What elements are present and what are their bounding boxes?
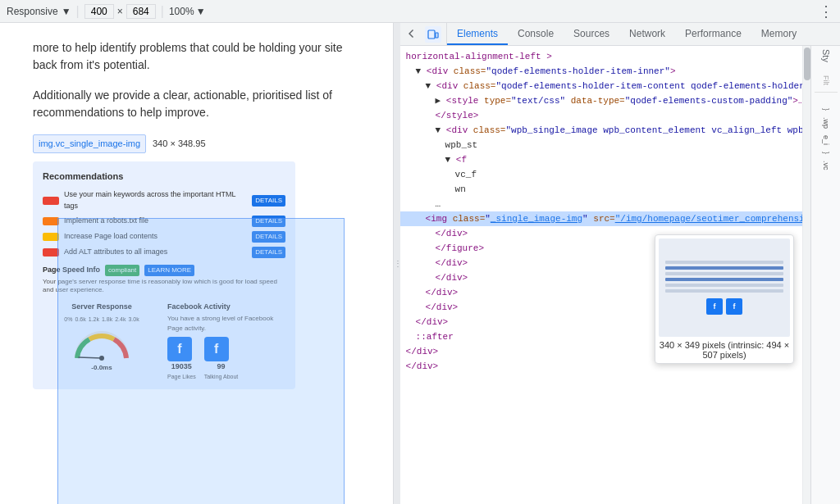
tab-elements[interactable]: Elements	[447, 23, 508, 45]
fb-icon-1: f	[167, 337, 192, 361]
page-speed-title: Page Speed Info	[43, 265, 100, 276]
more-options-button[interactable]: ⋮	[819, 2, 833, 20]
rec-btn-2[interactable]: DETAILS	[252, 216, 285, 227]
height-input[interactable]: 684	[126, 4, 156, 19]
element-class-label: img.vc_single_image-img	[33, 134, 146, 153]
html-line: ▼ <div class="wpb_single_image wpb_conte…	[400, 123, 802, 138]
rec-text-1: Use your main keywords across the import…	[64, 189, 247, 211]
scroll-thumb[interactable]	[804, 48, 810, 80]
tooltip-size-value: 340 × 349 pixels (intrinsic: 494 × 507 p…	[660, 340, 789, 360]
facebook-activity-section: Facebook Activity You have a strong leve…	[167, 302, 285, 382]
tab-memory-label: Memory	[761, 28, 797, 39]
gauge-value: -0.0ms	[91, 363, 112, 373]
inh-label-1: }	[822, 108, 830, 111]
devtools-panel: Elements Console Sources Network Perform…	[400, 23, 840, 504]
html-line: ▶ <style type="text/css" data-type="qode…	[400, 93, 802, 108]
html-line: …	[400, 197, 802, 211]
triangle-icon[interactable]: ▶	[436, 96, 441, 106]
rec-item-2: Implement a robots.txt file DETAILS	[43, 216, 285, 227]
svg-line-0	[79, 357, 102, 358]
compliant-badge: compliant	[105, 265, 139, 276]
gauge-label-3: 1.8k	[102, 316, 112, 325]
gauge-label-0: 0%	[64, 316, 72, 325]
image-tooltip: f f 340 × 349 pixels (intrinsic: 494 × 5…	[655, 234, 794, 364]
server-response-section: Server Response 0% 0.6k 1.2k 1.8k 2.4k 3…	[43, 302, 161, 382]
style-panel-label: Sty	[821, 49, 831, 62]
page-likes-label: Page Likes	[167, 373, 196, 382]
talking-about-section: f 99 Talking About	[204, 337, 239, 381]
tab-network[interactable]: Network	[619, 23, 675, 45]
triangle-icon[interactable]: ▼	[426, 81, 431, 91]
page-likes-section: f 19035 Page Likes	[167, 337, 196, 381]
server-response-title: Server Response	[43, 302, 161, 313]
devtools-tabs: Elements Console Sources Network Perform…	[400, 23, 840, 46]
rec-badge-red2	[43, 248, 59, 257]
tab-network-label: Network	[629, 28, 665, 39]
zoom-label: 100%	[169, 6, 194, 17]
preview-text2: Additionally we provide a clear, actiona…	[33, 87, 360, 121]
fb-title: Facebook Activity	[167, 302, 285, 313]
rec-badge-orange	[43, 217, 59, 225]
svg-rect-2	[428, 30, 435, 39]
gauge-label-1: 0.6k	[75, 316, 85, 325]
html-line-highlighted[interactable]: <img class="_single_image-img" src="/img…	[400, 211, 802, 226]
mini-fb-icon-1: f	[706, 298, 723, 315]
rec-btn-1[interactable]: DETAILS	[252, 195, 285, 207]
fb-text: You have a strong level of Facebook Page…	[167, 314, 285, 334]
triangle-icon[interactable]: ▼	[445, 155, 451, 165]
recommendations-box: Recommendations Use your main keywords a…	[33, 161, 295, 390]
vc-label: .vc	[822, 161, 830, 170]
html-line: ▼ <f	[400, 152, 802, 167]
gauge-label-5: 3.0k	[128, 316, 139, 325]
tooltip-size-text: 340 × 349 pixels (intrinsic: 494 × 507 p…	[659, 340, 790, 360]
rec-text-2: Implement a robots.txt file	[64, 216, 247, 227]
rec-item-3: Increase Page load contents DETAILS	[43, 231, 285, 243]
cross-label: ×	[117, 6, 123, 17]
preview-content: more to help identify problems that coul…	[0, 23, 393, 406]
style-divider	[815, 92, 838, 102]
scrollbar[interactable]	[802, 46, 810, 504]
tab-console[interactable]: Console	[508, 23, 564, 45]
rec-title: Recommendations	[43, 170, 285, 184]
rec-item-1: Use your main keywords across the import…	[43, 189, 285, 211]
triangle-icon[interactable]: ▼	[416, 66, 422, 76]
gauge-svg	[69, 325, 135, 365]
chevron-down-icon2: ▼	[196, 6, 206, 17]
tooltip-preview-image: f f	[659, 238, 790, 337]
html-line: wn	[400, 182, 802, 197]
responsive-selector[interactable]: Responsive ▼	[7, 6, 71, 17]
rec-item-4: Add ALT attributes to all images DETAILS	[43, 247, 285, 258]
wp-label: .wp	[822, 117, 830, 129]
inspect-icon-btn[interactable]	[405, 26, 422, 43]
page-speed-text: Your page's server response time is reas…	[43, 278, 285, 295]
gauge-label-4: 2.4k	[115, 316, 126, 325]
rec-badge-red	[43, 197, 59, 205]
page-likes-count: 19035	[167, 361, 196, 373]
resize-handle[interactable]: ⋮	[394, 23, 400, 504]
html-line: ▼ <div class="qodef-elements-holder-item…	[400, 64, 802, 79]
devtools-content: horizontal-alignment-left > ▼ <div class…	[400, 46, 840, 504]
tab-sources[interactable]: Sources	[564, 23, 619, 45]
width-input[interactable]: 400	[84, 4, 114, 19]
svg-rect-3	[436, 33, 438, 38]
html-line: wpb_st	[400, 138, 802, 152]
element-tag-label: img.vc_single_image-img 340 × 348.95	[33, 134, 360, 157]
close-brace: }	[822, 152, 830, 154]
talking-about-label: Talking About	[204, 373, 239, 382]
rec-btn-4[interactable]: DETAILS	[252, 247, 285, 258]
zoom-selector[interactable]: 100% ▼	[169, 6, 206, 17]
device-icon-btn[interactable]	[425, 26, 441, 43]
tab-performance[interactable]: Performance	[675, 23, 751, 45]
fb-icon-2: f	[204, 337, 229, 361]
toolbar: Responsive ▼ | 400 × 684 | 100% ▼ ⋮	[0, 0, 840, 23]
devtools-icon-bar	[400, 23, 447, 45]
learn-more-btn[interactable]: LEARN MORE	[144, 265, 194, 276]
triangle-icon[interactable]: ▼	[436, 125, 441, 135]
html-line: </style>	[400, 108, 802, 123]
tab-memory[interactable]: Memory	[751, 23, 806, 45]
rec-btn-3[interactable]: DETAILS	[252, 231, 285, 243]
svg-point-1	[99, 356, 104, 361]
mini-preview-content: f f	[659, 238, 790, 337]
html-line: ▼ <div class="qodef-elements-holder-item…	[400, 79, 802, 93]
separator2: |	[161, 4, 164, 19]
